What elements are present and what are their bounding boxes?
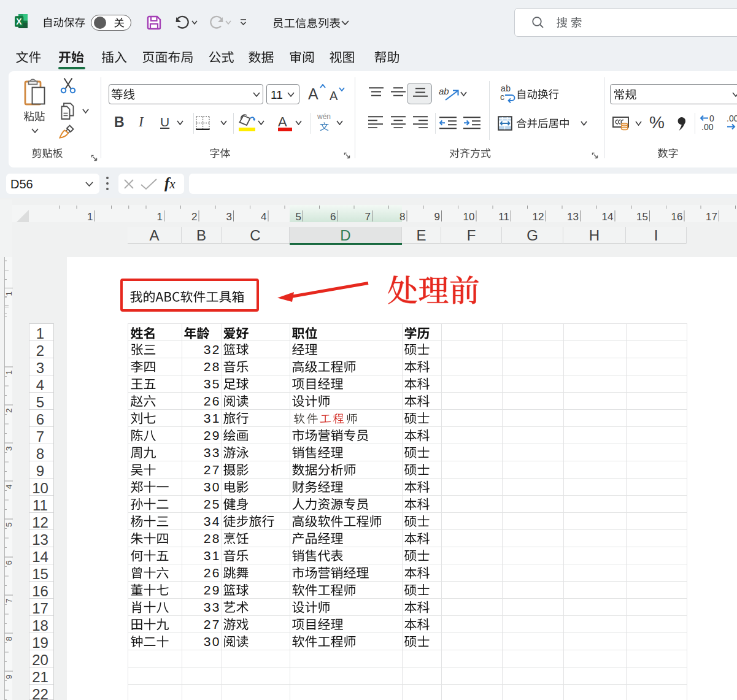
svg-text:6: 6 [330,211,336,223]
svg-text:15: 15 [636,211,648,223]
svg-text:13: 13 [567,211,579,223]
svg-text:4: 4 [4,484,14,489]
svg-text:9: 9 [4,674,14,679]
svg-text:1: 1 [157,211,163,223]
svg-text:8: 8 [399,211,405,223]
svg-text:5: 5 [4,522,14,527]
svg-text:1: 1 [87,211,93,223]
svg-text:7: 7 [365,211,371,223]
svg-text:7: 7 [4,598,14,603]
svg-text:11: 11 [498,211,509,223]
svg-text:2: 2 [191,211,197,223]
svg-text:14: 14 [602,211,614,223]
svg-text:2: 2 [4,408,14,413]
svg-text:10: 10 [463,211,475,223]
svg-text:4: 4 [261,211,266,223]
svg-text:1: 1 [4,370,14,375]
svg-text:.00: .00 [701,122,714,131]
svg-text:12: 12 [533,211,544,223]
svg-text:3: 3 [4,446,14,451]
svg-text:5: 5 [296,211,301,223]
svg-text:8: 8 [4,636,14,641]
svg-text:6: 6 [4,560,14,565]
svg-text:17: 17 [706,211,717,223]
svg-text:3: 3 [226,211,232,223]
svg-text:.00: .00 [727,115,737,123]
svg-text:16: 16 [671,211,683,223]
svg-text:X: X [16,17,22,26]
svg-text:9: 9 [434,211,440,223]
svg-text:1: 1 [4,291,14,296]
